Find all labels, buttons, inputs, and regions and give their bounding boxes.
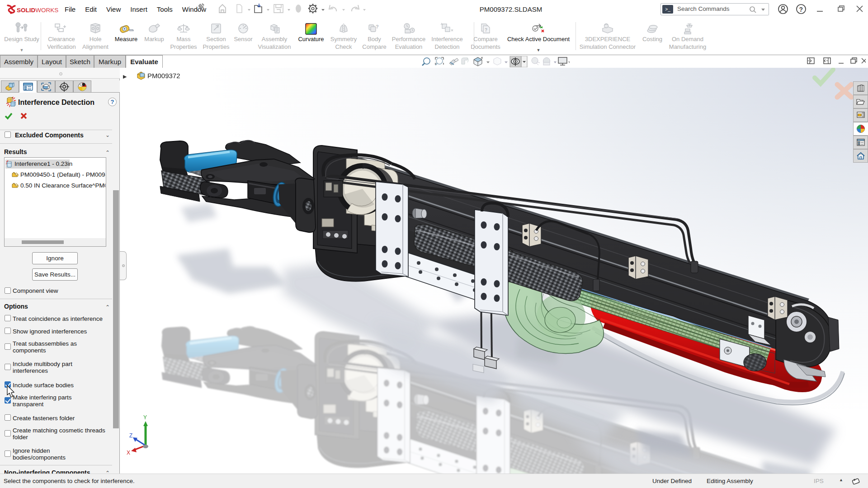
- svg-text:?: ?: [799, 6, 803, 13]
- svg-text:?: ?: [485, 28, 487, 33]
- svg-text:X: X: [127, 450, 130, 456]
- svg-text:Z: Z: [129, 432, 132, 439]
- svg-text:?: ?: [376, 24, 379, 29]
- svg-text:▶: ▶: [123, 74, 127, 79]
- svg-text:SOLIDWORKS: SOLIDWORKS: [17, 7, 58, 14]
- svg-text:Y: Y: [143, 414, 147, 421]
- svg-text:PM009372: PM009372: [147, 72, 180, 80]
